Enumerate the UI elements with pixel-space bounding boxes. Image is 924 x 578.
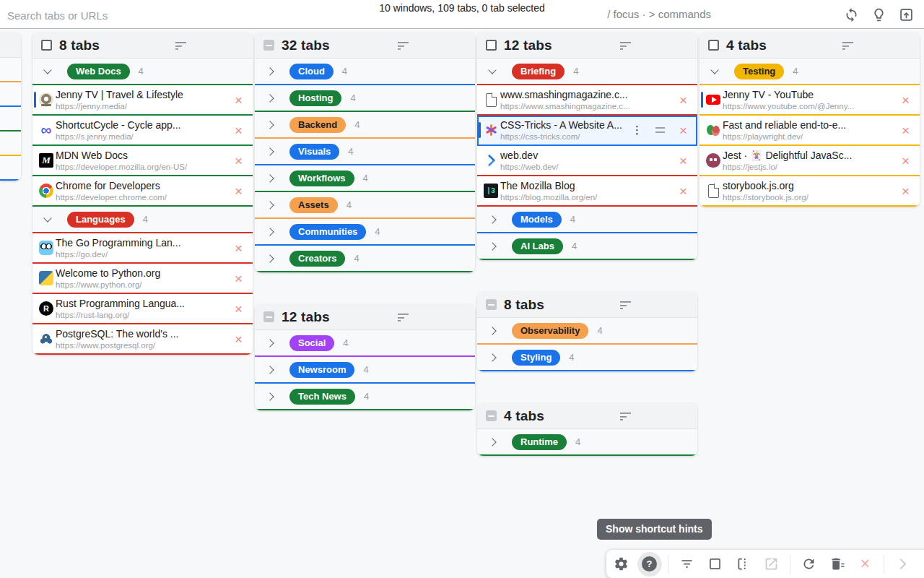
open-as-window-icon[interactable] [892, 3, 920, 26]
chevron-right-icon[interactable] [487, 243, 497, 249]
group-pill[interactable]: Backend [289, 117, 346, 133]
close-tab-icon[interactable]: × [232, 124, 245, 137]
tab-group-row[interactable]: Runtime4 [477, 429, 697, 456]
settings-icon[interactable] [608, 551, 635, 577]
tab-group-row[interactable]: Observability4 [477, 318, 697, 345]
chevron-right-icon[interactable] [265, 367, 274, 373]
partial-group-row[interactable] [0, 131, 21, 156]
remove-duplicates-icon[interactable] [824, 551, 850, 577]
tab-row[interactable]: www.smashingmagazine.c...https://www.sma… [477, 85, 697, 116]
sort-filter-icon[interactable] [398, 42, 409, 51]
close-tab-icon[interactable]: × [676, 154, 690, 168]
chevron-down-icon[interactable] [43, 218, 52, 221]
window-checkbox-indeterminate[interactable] [486, 299, 497, 310]
filter-icon[interactable] [674, 551, 700, 577]
tab-group-row[interactable]: Web Docs4 [32, 59, 253, 85]
tab-row[interactable]: storybook.js.orghttps://storybook.js.org… [699, 176, 920, 207]
group-pill[interactable]: Communities [289, 224, 366, 240]
tab-group-row[interactable]: Newsroom4 [255, 357, 475, 384]
tab-menu-icon[interactable]: ⋮ [632, 124, 642, 137]
tab-group-row[interactable]: Assets4 [255, 192, 475, 219]
close-tab-icon[interactable]: × [676, 124, 690, 137]
sort-filter-icon[interactable] [620, 413, 632, 421]
window-checkbox-indeterminate[interactable] [263, 311, 274, 322]
tab-group-row[interactable]: Briefing4 [477, 59, 697, 85]
partial-group-row[interactable] [0, 82, 21, 107]
tab-group-row[interactable]: AI Labs4 [477, 233, 697, 260]
group-pill[interactable]: Newsroom [289, 362, 354, 378]
tab-row[interactable]: MDN Web Docshttps://developer.mozilla.or… [32, 146, 253, 176]
sync-icon[interactable] [837, 3, 865, 26]
tab-row[interactable]: PostgreSQL: The world's ...https://www.p… [32, 324, 253, 355]
close-tab-icon[interactable]: × [232, 302, 245, 316]
tab-group-row[interactable]: Cloud4 [255, 59, 475, 85]
chevron-down-icon[interactable] [710, 70, 719, 73]
window-checkbox[interactable] [486, 40, 497, 51]
group-pill[interactable]: Cloud [289, 64, 334, 79]
group-pill[interactable]: Models [512, 212, 562, 228]
tab-row[interactable]: web.devhttps://web.dev/× [477, 146, 697, 176]
group-pill[interactable]: Social [289, 335, 334, 351]
tab-group-row[interactable]: Visuals4 [255, 139, 475, 165]
group-pill[interactable]: Hosting [289, 90, 341, 106]
chevron-right-icon[interactable] [265, 340, 274, 346]
close-tab-icon[interactable]: × [232, 154, 245, 168]
chevron-right-icon[interactable] [265, 202, 274, 208]
help-icon[interactable]: ? [636, 551, 663, 577]
close-tabs-icon[interactable]: × [852, 551, 879, 577]
group-pill[interactable]: Workflows [289, 171, 354, 186]
next-icon[interactable] [889, 551, 916, 577]
search-input[interactable] [6, 6, 316, 25]
group-pill[interactable]: Styling [512, 350, 560, 366]
close-tab-icon[interactable]: × [899, 184, 912, 198]
group-pill[interactable]: AI Labs [512, 238, 563, 254]
chevron-right-icon[interactable] [265, 149, 274, 155]
chevron-right-icon[interactable] [265, 95, 274, 101]
partial-group-row[interactable] [0, 156, 21, 181]
lightbulb-icon[interactable] [865, 3, 892, 26]
chevron-right-icon[interactable] [487, 328, 497, 334]
window-checkbox[interactable] [708, 40, 719, 51]
tab-group-row[interactable]: Backend4 [255, 112, 475, 139]
tab-row[interactable]: Jenny TV - YouTubehttps://www.youtube.co… [699, 85, 920, 116]
tab-row[interactable]: Chrome for Developershttps://developer.c… [32, 176, 253, 207]
group-pill[interactable]: Runtime [512, 434, 567, 450]
chevron-right-icon[interactable] [265, 394, 274, 400]
close-tab-icon[interactable]: × [232, 93, 245, 107]
group-pill[interactable]: Briefing [512, 64, 565, 79]
tab-group-row[interactable]: Languages4 [32, 207, 253, 233]
partial-window-card[interactable] [0, 33, 21, 181]
chevron-right-icon[interactable] [265, 176, 274, 181]
tab-row[interactable]: The Mozilla Bloghttps://blog.mozilla.org… [477, 176, 697, 207]
sort-filter-icon[interactable] [398, 314, 409, 322]
tab-group-row[interactable]: Hosting4 [255, 85, 475, 112]
chevron-right-icon[interactable] [265, 69, 274, 74]
tab-row[interactable]: Jenny TV | Travel & Lifestylehttps://jen… [32, 85, 253, 116]
window-checkbox-indeterminate[interactable] [263, 40, 274, 51]
tab-row[interactable]: ShortcutCycle - Cycle app...https://s.je… [32, 116, 253, 146]
chevron-down-icon[interactable] [487, 70, 497, 73]
group-pill[interactable]: Creators [289, 251, 345, 267]
partial-group-row[interactable] [0, 107, 21, 131]
close-tab-icon[interactable]: × [232, 332, 245, 346]
chevron-right-icon[interactable] [487, 355, 497, 361]
window-checkbox[interactable] [41, 40, 52, 51]
group-pill[interactable]: Testing [734, 64, 784, 79]
close-tab-icon[interactable]: × [899, 93, 912, 107]
sort-filter-icon[interactable] [842, 42, 854, 51]
tab-row[interactable]: CSS-Tricks - A Website A...https://css-t… [477, 116, 697, 146]
group-pill[interactable]: Web Docs [67, 64, 130, 79]
sort-filter-icon[interactable] [175, 42, 187, 51]
group-pill[interactable]: Tech News [289, 389, 355, 405]
tab-group-row[interactable]: Creators4 [255, 246, 475, 272]
tab-group-row[interactable]: Social4 [255, 330, 475, 357]
group-pill[interactable]: Observability [512, 323, 588, 339]
refresh-icon[interactable] [796, 551, 822, 577]
group-pill[interactable]: Assets [289, 197, 338, 213]
tab-group-row[interactable]: Styling4 [477, 345, 697, 371]
chevron-right-icon[interactable] [265, 229, 274, 235]
tab-group-row[interactable]: Workflows4 [255, 165, 475, 192]
tab-suspend-icon[interactable] [655, 127, 665, 133]
partial-group-row[interactable] [0, 58, 21, 82]
chevron-right-icon[interactable] [265, 256, 274, 262]
